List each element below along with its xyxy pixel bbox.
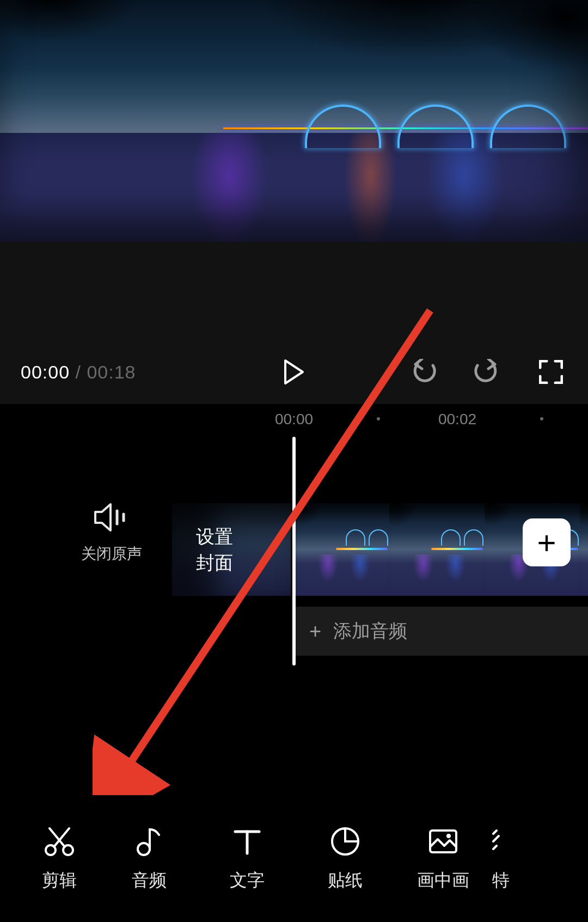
- timeline-area[interactable]: 00:00 00:02 关闭原声 设置 封面 +: [0, 404, 588, 797]
- play-button[interactable]: [277, 355, 311, 389]
- time-display: 00:00 / 00:18: [21, 362, 136, 383]
- video-editor-app: 00:00 / 00:18 00:00 00:02 关闭原声: [0, 0, 588, 922]
- svg-point-10: [446, 834, 451, 838]
- time-separator: /: [70, 362, 87, 382]
- undo-button[interactable]: [408, 356, 441, 388]
- total-time: 00:18: [87, 362, 136, 382]
- plus-icon: +: [537, 524, 556, 561]
- mute-label: 关闭原声: [65, 544, 158, 564]
- tool-effects-label: 特: [492, 869, 510, 893]
- cover-label-2: 封面: [196, 549, 291, 576]
- ruler-dot: [540, 417, 543, 420]
- tool-sticker-label: 贴纸: [328, 869, 363, 893]
- tool-sticker[interactable]: 贴纸: [296, 826, 394, 893]
- tool-pip-label: 画中画: [417, 869, 469, 893]
- text-icon: [232, 826, 262, 857]
- tool-text[interactable]: 文字: [198, 826, 296, 893]
- ruler-mark-1: 00:02: [438, 411, 476, 428]
- mute-original-button[interactable]: 关闭原声: [65, 503, 158, 564]
- cover-label-1: 设置: [196, 523, 291, 549]
- set-cover-button[interactable]: 设置 封面: [172, 503, 291, 596]
- partial-icon: [492, 826, 505, 857]
- music-note-icon: [134, 826, 164, 857]
- video-preview[interactable]: [0, 0, 588, 242]
- picture-in-picture-icon: [428, 826, 458, 857]
- tool-edit[interactable]: 剪辑: [19, 826, 100, 893]
- ruler-mark-0: 00:00: [275, 411, 313, 428]
- redo-button[interactable]: [469, 356, 502, 388]
- preview-pad: [0, 242, 588, 340]
- add-audio-button[interactable]: + 添加音频: [294, 607, 588, 656]
- tool-audio-label: 音频: [132, 869, 167, 893]
- add-clip-button[interactable]: +: [523, 518, 571, 566]
- tools-row: 剪辑 音频 文字 贴纸 画中画 特: [0, 826, 588, 893]
- fullscreen-icon: [539, 360, 563, 384]
- play-icon: [283, 359, 305, 384]
- tool-text-label: 文字: [230, 869, 265, 893]
- time-ruler: 00:00 00:02: [0, 411, 588, 432]
- current-time: 00:00: [21, 362, 70, 382]
- fullscreen-button[interactable]: [535, 356, 567, 388]
- tool-audio[interactable]: 音频: [100, 826, 198, 893]
- tool-pip[interactable]: 画中画: [394, 826, 492, 893]
- tool-effects-partial[interactable]: 特: [492, 826, 519, 893]
- ruler-dot: [377, 417, 380, 420]
- add-audio-label: 添加音频: [333, 619, 407, 644]
- svg-point-6: [138, 843, 150, 855]
- playhead[interactable]: [292, 437, 296, 665]
- undo-icon: [411, 359, 438, 385]
- playbar: 00:00 / 00:18: [0, 340, 588, 404]
- scissors-icon: [44, 826, 75, 857]
- speaker-icon: [94, 503, 129, 532]
- plus-icon: +: [309, 620, 321, 643]
- bottom-toolbar: 剪辑 音频 文字 贴纸 画中画 特: [0, 797, 588, 922]
- tool-edit-label: 剪辑: [42, 869, 77, 893]
- sticker-icon: [330, 826, 360, 857]
- redo-icon: [472, 359, 499, 385]
